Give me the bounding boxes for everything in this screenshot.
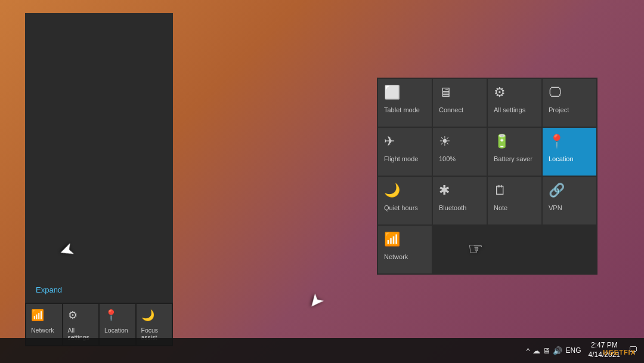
action-center-left-panel: Expand 📶 Network ⚙ All settings 📍 Locati… xyxy=(25,13,173,346)
qs-tile-battery-saver[interactable]: 🔋 Battery saver xyxy=(488,128,541,176)
all-settings-icon-r: ⚙ xyxy=(494,85,506,100)
monitor-icon: 🖥 xyxy=(543,346,550,355)
expand-label: Expand xyxy=(36,285,62,294)
tablet-mode-label: Tablet mode xyxy=(384,106,420,113)
project-icon: 🖵 xyxy=(549,85,562,100)
battery-saver-label: Battery saver xyxy=(494,155,532,162)
qs-tile-tablet-mode[interactable]: ⬜ Tablet mode xyxy=(378,79,432,127)
vpn-icon: 🔗 xyxy=(549,183,565,198)
battery-saver-icon: 🔋 xyxy=(494,134,510,149)
cloud-icon: ☁ xyxy=(532,346,540,355)
watermark: UGETFIX xyxy=(603,349,636,356)
bottom-arrow-annotation: ➤ xyxy=(304,290,329,315)
project-label: Project xyxy=(549,106,569,113)
focus-assist-icon: 🌙 xyxy=(141,309,154,322)
location-icon: 📍 xyxy=(104,309,117,322)
location-icon-r: 📍 xyxy=(549,134,565,149)
qs-tile-location[interactable]: 📍 Location xyxy=(543,128,596,176)
qs-grid: ⬜ Tablet mode 🖥 Connect ⚙ All settings 🖵… xyxy=(378,79,596,273)
network-icon-r: 📶 xyxy=(384,232,400,247)
brightness-icon: ☀ xyxy=(439,134,451,149)
qs-tile-all-settings[interactable]: ⚙ All settings xyxy=(488,79,541,127)
volume-icon[interactable]: 🔊 xyxy=(553,346,562,355)
flight-mode-icon: ✈ xyxy=(384,134,395,149)
vpn-label: VPN xyxy=(549,204,562,211)
qs-tile-note[interactable]: 🗒 Note xyxy=(488,177,541,224)
bluetooth-label: Bluetooth xyxy=(439,204,466,211)
qs-tile-quiet-hours[interactable]: 🌙 Quiet hours xyxy=(378,177,432,224)
quiet-hours-label: Quiet hours xyxy=(384,204,418,211)
quick-settings-panel: ⬜ Tablet mode 🖥 Connect ⚙ All settings 🖵… xyxy=(377,78,597,275)
watermark-suffix: FIX xyxy=(624,349,636,356)
network-label-r: Network xyxy=(384,253,408,260)
qs-tile-brightness[interactable]: ☀ 100% xyxy=(433,128,487,176)
qs-tile-project[interactable]: 🖵 Project xyxy=(543,79,596,127)
language-label[interactable]: ENG xyxy=(565,346,583,355)
expand-area[interactable]: Expand xyxy=(25,278,173,303)
watermark-prefix: UGET xyxy=(603,349,624,356)
tablet-mode-icon: ⬜ xyxy=(384,85,400,100)
network-label: Network xyxy=(31,327,54,334)
qs-tile-vpn[interactable]: 🔗 VPN xyxy=(543,177,596,224)
qs-tile-connect[interactable]: 🖥 Connect xyxy=(433,79,487,127)
flight-mode-label: Flight mode xyxy=(384,155,418,162)
chevron-icon[interactable]: ^ xyxy=(526,346,530,355)
qs-tile-network[interactable]: 📶 Network xyxy=(378,226,432,273)
taskbar: ^ ☁ 🖥 🔊 ENG 2:47 PM 4/14/2021 🗨 xyxy=(0,338,644,363)
all-settings-label-r: All settings xyxy=(494,106,525,113)
location-label: Location xyxy=(104,327,128,334)
quiet-hours-icon: 🌙 xyxy=(384,183,400,198)
connect-label: Connect xyxy=(439,106,463,113)
qs-tile-bluetooth[interactable]: ✱ Bluetooth xyxy=(433,177,487,224)
brightness-label: 100% xyxy=(439,155,456,162)
all-settings-icon: ⚙ xyxy=(68,309,78,322)
qs-tile-flight-mode[interactable]: ✈ Flight mode xyxy=(378,128,432,176)
tray-icons: ^ ☁ 🖥 🔊 xyxy=(526,346,562,355)
network-icon: 📶 xyxy=(31,309,44,322)
bluetooth-icon: ✱ xyxy=(439,183,450,198)
note-label: Note xyxy=(494,204,507,211)
location-label-r: Location xyxy=(549,155,574,162)
connect-icon: 🖥 xyxy=(439,85,452,100)
note-icon: 🗒 xyxy=(494,183,507,198)
